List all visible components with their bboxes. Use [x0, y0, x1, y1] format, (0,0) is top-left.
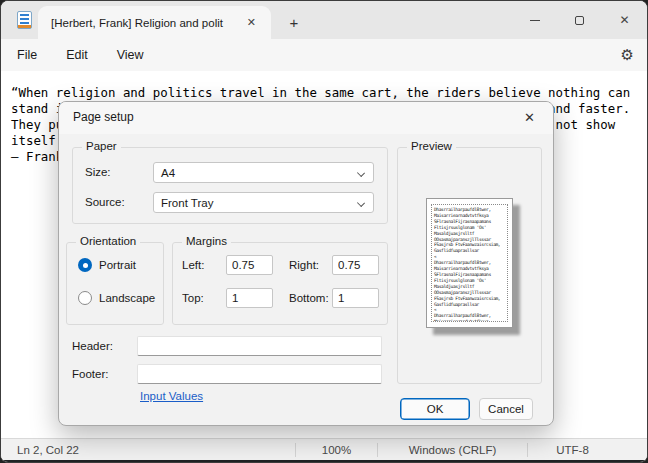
paper-group-label: Paper	[82, 140, 121, 152]
page-setup-dialog: Page setup ✕ Paper Size: A4 Source: Fron…	[58, 101, 554, 426]
margin-top-input[interactable]	[226, 288, 273, 308]
cancel-button[interactable]: Cancel	[479, 398, 533, 420]
source-label: Source:	[85, 196, 125, 208]
maximize-icon	[575, 16, 584, 25]
chevron-down-icon	[357, 199, 365, 207]
statusbar: Ln 2, Col 22 100% Windows (CRLF) UTF-8	[1, 438, 647, 460]
notepad-app-icon	[17, 11, 32, 29]
menu-file[interactable]: File	[7, 43, 47, 67]
radio-unchecked-icon	[78, 291, 92, 305]
margin-right-label: Right:	[289, 259, 319, 271]
landscape-label: Landscape	[99, 292, 155, 304]
close-icon: ✕	[619, 13, 629, 27]
menubar: File Edit View ⚙	[1, 39, 647, 71]
margins-group-label: Margins	[182, 235, 231, 247]
header-input[interactable]	[137, 336, 382, 356]
cursor-position: Ln 2, Col 22	[1, 444, 295, 456]
paper-group: Paper Size: A4 Source: Front Tray	[72, 147, 388, 224]
chevron-down-icon	[357, 169, 365, 177]
menu-view[interactable]: View	[107, 43, 154, 67]
new-tab-button[interactable]: +	[281, 9, 307, 35]
radio-checked-icon	[78, 258, 92, 272]
preview-group: Preview Dhasrrailharpaufdl8twer, Maisarr…	[397, 147, 542, 384]
document-tab[interactable]: [Herbert, Frank] Religion and polit ✕	[38, 6, 271, 39]
orientation-group: Orientation Portrait Landscape	[66, 242, 164, 325]
margin-left-label: Left:	[182, 259, 204, 271]
size-label: Size:	[85, 166, 111, 178]
footer-input[interactable]	[137, 364, 382, 384]
dialog-close-icon[interactable]: ✕	[518, 108, 541, 127]
margin-bottom-label: Bottom:	[289, 292, 329, 304]
preview-group-label: Preview	[407, 140, 456, 152]
preview-page: Dhasrrailharpaufdl8twer, Maisarriearnadv…	[426, 198, 513, 328]
editor-line: “When religion and politics travel in th…	[11, 85, 647, 101]
margin-bottom-input[interactable]	[332, 288, 379, 308]
dialog-titlebar: Page setup ✕	[59, 102, 553, 134]
ok-button[interactable]: OK	[400, 398, 470, 420]
portrait-label: Portrait	[99, 259, 136, 271]
margin-top-label: Top:	[182, 292, 204, 304]
margin-right-input[interactable]	[332, 255, 379, 275]
size-select[interactable]: A4	[153, 162, 374, 183]
notepad-window: [Herbert, Frank] Religion and polit ✕ + …	[0, 0, 648, 463]
close-window-button[interactable]: ✕	[602, 1, 647, 39]
landscape-radio[interactable]: Landscape	[78, 291, 155, 305]
source-select[interactable]: Front Tray	[153, 192, 374, 213]
minimize-button[interactable]	[512, 1, 557, 39]
input-values-link[interactable]: Input Values	[140, 390, 203, 402]
tab-title: [Herbert, Frank] Religion and polit	[51, 17, 240, 29]
preview-line: Maisarriearnadvtvtfksya	[434, 319, 505, 322]
line-ending: Windows (CRLF)	[377, 443, 527, 457]
margins-group: Margins Left: Right: Top: Bottom:	[172, 242, 388, 325]
source-value: Front Tray	[161, 197, 213, 209]
titlebar: [Herbert, Frank] Religion and polit ✕ + …	[1, 1, 647, 39]
encoding: UTF-8	[527, 443, 617, 457]
portrait-radio[interactable]: Portrait	[78, 258, 136, 272]
margin-left-input[interactable]	[226, 255, 273, 275]
preview-line: FSasjrsb FtvFaanwzaisrcsiam,	[434, 296, 505, 302]
size-value: A4	[161, 167, 175, 179]
settings-gear-icon[interactable]: ⚙	[621, 39, 634, 71]
preview-page-text: Dhasrrailharpaufdl8twer, Maisarriearnadv…	[431, 204, 508, 322]
footer-label: Footer:	[72, 368, 108, 380]
orientation-group-label: Orientation	[76, 235, 140, 247]
zoom-level: 100%	[295, 443, 377, 457]
tab-close-icon[interactable]: ✕	[240, 14, 263, 31]
window-controls: ✕	[512, 1, 647, 39]
maximize-button[interactable]	[557, 1, 602, 39]
minimize-icon	[530, 20, 540, 21]
dialog-title: Page setup	[73, 110, 134, 124]
menu-edit[interactable]: Edit	[56, 43, 98, 67]
header-label: Header:	[72, 340, 113, 352]
